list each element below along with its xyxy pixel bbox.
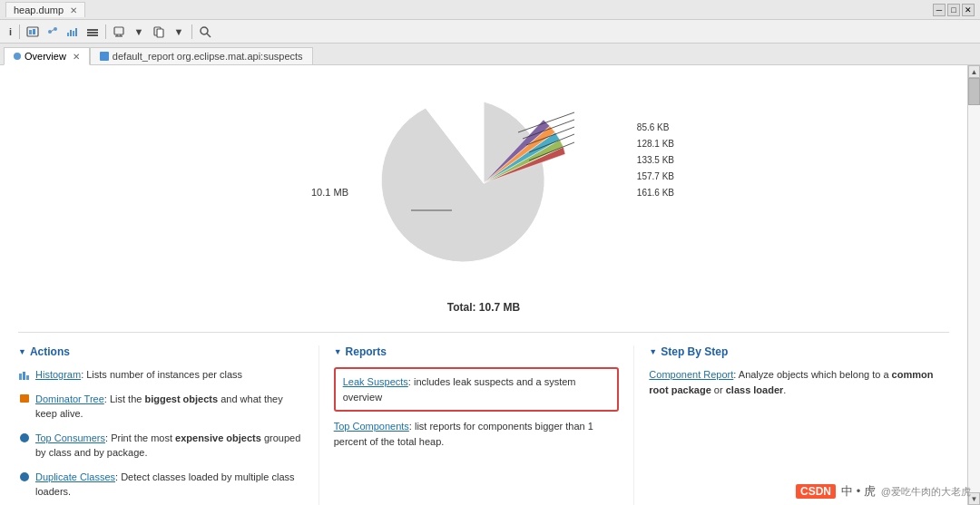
tab-bar: Overview ✕ default_report org.eclipse.ma… xyxy=(0,44,980,65)
watermark-icons: 中 • 虎 xyxy=(841,483,876,500)
main-content: 10.1 MB xyxy=(0,65,980,505)
toolbar-info: i xyxy=(5,26,15,37)
legend-line-2: 128.1 KB xyxy=(637,136,674,152)
histogram-item: Histogram: Lists number of instances per… xyxy=(18,367,304,383)
leak-suspects-box: Leak Suspects: includes leak suspects an… xyxy=(334,367,620,412)
top-components-link[interactable]: Top Components xyxy=(334,421,409,432)
histogram-icon-container xyxy=(18,368,31,381)
pie-container: 10.1 MB xyxy=(293,92,674,292)
duplicate-icon-container xyxy=(18,471,31,483)
dominator-text: Dominator Tree: List the biggest objects… xyxy=(35,392,304,422)
total-label: Total: 10.7 MB xyxy=(18,301,949,314)
svg-rect-11 xyxy=(87,32,98,34)
svg-point-4 xyxy=(54,27,57,31)
actions-header-label: Actions xyxy=(30,345,70,358)
svg-rect-2 xyxy=(33,29,35,34)
svg-rect-12 xyxy=(87,34,98,36)
duplicate-item: Duplicate Classes: Detect classes loaded… xyxy=(18,470,304,500)
consumers-link[interactable]: Top Consumers xyxy=(35,432,105,443)
toolbar-btn-7[interactable] xyxy=(150,23,168,41)
title-bar: heap.dump ✕ ─ □ ✕ xyxy=(0,0,980,20)
step-header-label: Step By Step xyxy=(661,345,728,358)
histogram-desc: : Lists number of instances per class xyxy=(81,369,242,380)
svg-line-5 xyxy=(52,29,54,31)
step-section: Step By Step Component Report: Analyze o… xyxy=(649,345,949,505)
title-tab-label: heap.dump xyxy=(14,5,64,15)
svg-rect-10 xyxy=(87,29,98,31)
toolbar-btn-4[interactable] xyxy=(83,23,102,41)
scroll-up-arrow[interactable]: ▲ xyxy=(968,65,980,78)
title-tab[interactable]: heap.dump ✕ xyxy=(5,2,85,17)
maximize-button[interactable]: □ xyxy=(947,4,960,16)
leak-suspects-link[interactable]: Leak Suspects xyxy=(343,376,408,387)
consumers-icon-container xyxy=(18,432,31,444)
reports-header-label: Reports xyxy=(346,345,387,358)
svg-point-32 xyxy=(20,472,29,481)
svg-point-3 xyxy=(48,30,52,34)
legend-value-5: 161.6 KB xyxy=(637,185,674,201)
duplicate-text: Duplicate Classes: Detect classes loaded… xyxy=(35,470,304,500)
toolbar-btn-2[interactable] xyxy=(44,23,62,41)
histogram-text: Histogram: Lists number of instances per… xyxy=(35,367,242,383)
top-components-text: Top Components: list reports for compone… xyxy=(334,419,620,449)
legend-line-4: 157.7 KB xyxy=(637,169,674,185)
toolbar-btn-5[interactable] xyxy=(110,23,128,41)
chart-section: 10.1 MB xyxy=(18,74,949,301)
tab-overview[interactable]: Overview ✕ xyxy=(4,47,90,65)
window-controls: ─ □ ✕ xyxy=(933,4,975,16)
consumers-text: Top Consumers: Print the most expensive … xyxy=(35,431,304,461)
tab-overview-dot xyxy=(14,53,21,60)
component-bold-2: class loader xyxy=(726,384,784,395)
consumers-item: Top Consumers: Print the most expensive … xyxy=(18,431,304,461)
svg-rect-6 xyxy=(67,33,69,36)
component-report-link[interactable]: Component Report xyxy=(649,369,733,380)
close-button[interactable]: ✕ xyxy=(962,4,975,16)
toolbar-btn-6[interactable]: ▼ xyxy=(130,23,148,41)
svg-rect-29 xyxy=(26,375,29,380)
svg-rect-7 xyxy=(70,30,72,36)
toolbar: i ▼ ▼ xyxy=(0,20,980,44)
consumers-bold: expensive objects xyxy=(175,432,261,443)
chart-legend: 85.6 KB 128.1 KB 133.5 KB 157.7 KB 161.6… xyxy=(637,120,674,201)
svg-point-19 xyxy=(201,27,208,34)
svg-rect-18 xyxy=(157,29,163,37)
tab-report[interactable]: default_report org.eclipse.mat.api:suspe… xyxy=(90,47,313,64)
dominator-icon-container xyxy=(18,393,31,405)
svg-line-20 xyxy=(207,34,211,37)
histogram-link[interactable]: Histogram xyxy=(35,369,81,380)
tab-overview-close[interactable]: ✕ xyxy=(73,52,80,62)
svg-rect-30 xyxy=(20,394,29,403)
consumers-icon xyxy=(19,432,30,443)
scrollbar[interactable]: ▲ ▼ xyxy=(967,65,980,505)
content-area: 10.1 MB xyxy=(0,65,967,505)
duplicate-icon xyxy=(19,471,30,482)
tab-report-label: default_report org.eclipse.mat.api:suspe… xyxy=(113,51,303,62)
report-icon xyxy=(100,52,109,61)
svg-rect-8 xyxy=(73,31,74,36)
dominator-bold: biggest objects xyxy=(144,393,218,404)
toolbar-btn-8[interactable]: ▼ xyxy=(170,23,188,41)
dominator-link[interactable]: Dominator Tree xyxy=(35,393,104,404)
author-label: @爱吃牛肉的大老虎 xyxy=(881,485,971,499)
csdn-logo: CSDN xyxy=(796,484,836,499)
legend-value-3: 133.5 KB xyxy=(637,152,674,169)
scroll-thumb[interactable] xyxy=(968,78,980,105)
toolbar-btn-3[interactable] xyxy=(64,23,82,41)
search-button[interactable] xyxy=(196,23,214,41)
tab-overview-label: Overview xyxy=(24,51,66,62)
svg-rect-28 xyxy=(23,372,25,380)
dominator-item: Dominator Tree: List the biggest objects… xyxy=(18,392,304,422)
toolbar-separator-3 xyxy=(191,24,192,39)
title-tab-close[interactable]: ✕ xyxy=(70,5,77,15)
minimize-button[interactable]: ─ xyxy=(933,4,946,16)
svg-point-31 xyxy=(20,433,29,442)
legend-line-5: 161.6 KB xyxy=(637,185,674,201)
pie-chart-svg xyxy=(348,92,620,274)
duplicate-link[interactable]: Duplicate Classes xyxy=(35,471,115,482)
bottom-sections: Actions Histogram: Lists number of insta… xyxy=(18,332,949,505)
toolbar-separator-2 xyxy=(105,24,106,39)
svg-rect-13 xyxy=(114,27,123,34)
component-report-text: Component Report: Analyze objects which … xyxy=(649,367,935,397)
dominator-icon xyxy=(19,393,30,403)
toolbar-btn-1[interactable] xyxy=(24,23,42,41)
